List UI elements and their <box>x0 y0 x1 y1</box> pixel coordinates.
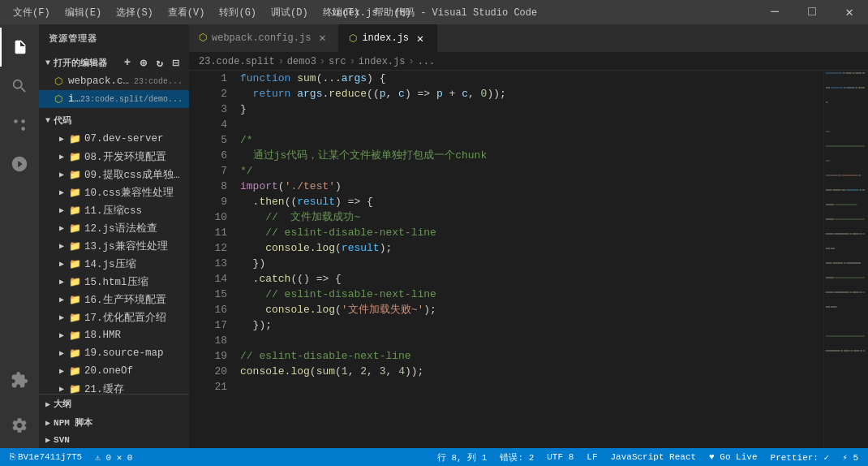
status-golive[interactable]: ♥ Go Live <box>706 448 760 466</box>
code-line-10[interactable]: // 文件加载成功~ <box>234 209 823 225</box>
activity-debug-icon[interactable] <box>0 145 39 183</box>
status-encoding[interactable]: UTF 8 <box>544 448 577 466</box>
code-line-17[interactable]: }); <box>234 317 823 333</box>
tree-16[interactable]: ▶ 📁 16.生产环境配置 <box>39 291 189 309</box>
menu-debug[interactable]: 调试(D) <box>264 2 315 23</box>
tab-index-close[interactable]: ✕ <box>414 32 427 45</box>
tree-11[interactable]: ▶ 📁 11.压缩css <box>39 201 189 219</box>
menu-select[interactable]: 选择(S) <box>110 2 160 23</box>
status-eol[interactable]: LF <box>583 448 600 466</box>
maximize-button[interactable]: □ <box>793 0 831 24</box>
minimap[interactable] <box>823 71 868 448</box>
tree-14[interactable]: ▶ 📁 14.js压缩 <box>39 255 189 273</box>
status-errors-count[interactable]: 错误: 2 <box>496 448 537 466</box>
code-line-3[interactable]: } <box>234 101 823 117</box>
status-git[interactable]: ⎘ BV1e7411j7T5 <box>6 448 85 466</box>
file-explorer-header[interactable]: ▼ 代码 <box>39 111 189 130</box>
status-extra[interactable]: ⚡ 5 <box>839 448 862 466</box>
tab-webpack-config[interactable]: ⬡ webpack.config.js ✕ <box>189 24 339 52</box>
open-editors-header[interactable]: ▼ 打开的编辑器 + ⊕ ↻ ⊟ <box>39 53 189 72</box>
menu-terminal[interactable]: 终端(T) <box>316 2 367 23</box>
tab-webpack-close[interactable]: ✕ <box>316 32 329 45</box>
code-line-5[interactable]: /* <box>234 132 823 148</box>
tab-webpack-icon: ⬡ <box>199 32 207 44</box>
code-editor[interactable]: function sum(...args) { return args.redu… <box>234 71 823 448</box>
code-line-13[interactable]: }) <box>234 256 823 271</box>
folder-icon: 📁 <box>68 222 81 235</box>
menu-edit[interactable]: 编辑(E) <box>58 2 109 23</box>
folder-icon: 📁 <box>68 311 81 324</box>
new-folder-icon[interactable]: ⊕ <box>137 56 150 69</box>
code-line-15[interactable]: // eslint-disable-next-line <box>234 287 823 302</box>
menu-file[interactable]: 文件(F) <box>6 2 57 23</box>
activity-explorer-icon[interactable] <box>0 28 39 67</box>
breadcrumb-part-3[interactable]: src <box>329 56 346 67</box>
editor-container: ⬡ webpack.config.js ✕ ⬡ index.js ✕ 23.co… <box>189 24 868 448</box>
breadcrumb-part-2[interactable]: demo3 <box>287 56 316 67</box>
activity-extensions-icon[interactable] <box>0 360 39 399</box>
status-right: 行 8, 列 1 错误: 2 UTF 8 LF JavaScript React… <box>434 448 862 466</box>
folder-icon: 📁 <box>68 204 81 217</box>
code-line-6[interactable]: 通过js代码，让某个文件被单独打包成一个chunk <box>234 148 823 163</box>
code-line-19[interactable]: // eslint-disable-next-line <box>234 348 823 364</box>
refresh-icon[interactable]: ↻ <box>153 56 166 69</box>
tree-21[interactable]: ▶ 📁 21.缓存 <box>39 380 189 394</box>
menu-help[interactable]: 帮助(H) <box>367 2 418 23</box>
code-line-20[interactable]: console.log(sum(1, 2, 3, 4)); <box>234 364 823 379</box>
svg-point-1 <box>21 127 25 131</box>
npm-scripts-section[interactable]: ▶ NPM 脚本 <box>39 413 189 432</box>
tree-12[interactable]: ▶ 📁 12.js语法检查 <box>39 219 189 237</box>
activity-git-icon[interactable] <box>0 106 39 145</box>
code-line-21[interactable] <box>234 379 823 395</box>
tree-07[interactable]: ▶ 📁 07.dev-server <box>39 130 189 148</box>
tree-10[interactable]: ▶ 📁 10.css兼容性处理 <box>39 183 189 201</box>
menu-goto[interactable]: 转到(G) <box>213 2 263 23</box>
code-line-8[interactable]: import('./test') <box>234 179 823 194</box>
status-left: ⎘ BV1e7411j7T5 ⚠ 0 ✕ 0 <box>6 448 135 466</box>
new-file-icon[interactable]: + <box>121 56 134 69</box>
code-line-4[interactable] <box>234 117 823 132</box>
menu-view[interactable]: 查看(V) <box>161 2 212 23</box>
tree-18[interactable]: ▶ 📁 18.HMR <box>39 326 189 344</box>
status-prettier[interactable]: Prettier: ✓ <box>767 448 833 466</box>
code-line-12[interactable]: console.log(result); <box>234 240 823 256</box>
breadcrumb-part-5[interactable]: ... <box>418 56 436 67</box>
minimize-button[interactable]: ─ <box>756 0 793 24</box>
status-position[interactable]: 行 8, 列 1 <box>434 448 491 466</box>
tab-index[interactable]: ⬡ index.js ✕ <box>339 24 437 52</box>
activity-settings-icon[interactable] <box>0 406 39 445</box>
code-line-2[interactable]: return args.reduce((p, c) => p + c, 0)); <box>234 86 823 101</box>
breadcrumb-part-1[interactable]: 23.code.split <box>199 56 275 67</box>
folder-icon: 📁 <box>68 275 81 288</box>
activity-bar <box>0 24 39 448</box>
collapse-icon[interactable]: ⊟ <box>170 56 183 69</box>
tree-15[interactable]: ▶ 📁 15.html压缩 <box>39 273 189 291</box>
code-line-16[interactable]: console.log('文件加载失败~'); <box>234 302 823 317</box>
code-line-11[interactable]: // eslint-disable-next-line <box>234 225 823 240</box>
status-bar: ⎘ BV1e7411j7T5 ⚠ 0 ✕ 0 行 8, 列 1 错误: 2 UT… <box>0 448 868 466</box>
tree-19[interactable]: ▶ 📁 19.source-map <box>39 344 189 362</box>
folder-icon: 📁 <box>68 382 81 394</box>
code-line-7[interactable]: */ <box>234 163 823 179</box>
code-line-14[interactable]: .catch(() => { <box>234 271 823 287</box>
close-button[interactable]: ✕ <box>831 0 868 24</box>
svn-section[interactable]: ▶ SVN <box>39 432 189 448</box>
code-line-9[interactable]: .then((result) => { <box>234 194 823 209</box>
status-language[interactable]: JavaScript React <box>607 448 699 466</box>
code-line-18[interactable] <box>234 333 823 348</box>
line-numbers: 123456789101112131415161718192021 <box>189 71 234 448</box>
editor-content[interactable]: 123456789101112131415161718192021 functi… <box>189 71 868 448</box>
status-errors[interactable]: ⚠ 0 ✕ 0 <box>92 448 135 466</box>
tree-09[interactable]: ▶ 📁 09.提取css成单独文件 <box>39 166 189 183</box>
code-line-1[interactable]: function sum(...args) { <box>234 71 823 86</box>
tree-20[interactable]: ▶ 📁 20.oneOf <box>39 362 189 380</box>
tree-08[interactable]: ▶ 📁 08.开发环境配置 <box>39 148 189 166</box>
tree-13[interactable]: ▶ 📁 13.js兼容性处理 <box>39 237 189 255</box>
outline-section[interactable]: ▶ 大纲 <box>39 395 189 413</box>
open-file-index[interactable]: ⬡ index.js 23:code.split/demo... <box>39 90 189 108</box>
breadcrumb-part-4[interactable]: index.js <box>359 56 406 67</box>
open-file-webpack[interactable]: ⬡ webpack.config.js 23:code... <box>39 72 189 90</box>
sidebar-header-icons: + ⊕ ↻ ⊟ <box>121 56 183 69</box>
activity-search-icon[interactable] <box>0 67 39 106</box>
tree-17[interactable]: ▶ 📁 17.优化配置介绍 <box>39 309 189 326</box>
